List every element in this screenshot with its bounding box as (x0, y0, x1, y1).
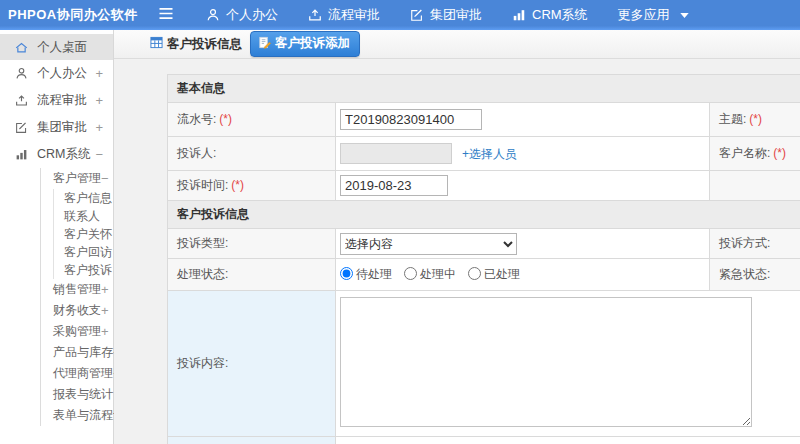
person-icon (206, 8, 220, 22)
radio-pending-input[interactable] (340, 267, 353, 280)
expand-plus-icon: + (101, 303, 109, 318)
home-icon (15, 41, 29, 54)
tab-complaint-info[interactable]: 客户投诉信息 (150, 36, 242, 53)
complainant-input[interactable] (340, 143, 452, 164)
complaint-add-form: 基本信息 流水号:(*) 主题:(*) 投诉人: (167, 74, 800, 444)
radio-processing-input[interactable] (404, 267, 417, 280)
expand-plus-icon: + (101, 282, 109, 297)
expand-plus-icon: + (95, 93, 103, 108)
flow-icon (308, 8, 322, 22)
expand-plus-icon: + (95, 66, 103, 81)
complaint-type-label-cell: 投诉类型: (168, 229, 336, 259)
nav-workflow-approval[interactable]: 流程审批 (308, 6, 380, 24)
complaint-time-input[interactable] (340, 175, 448, 196)
nav-personal-office[interactable]: 个人办公 (206, 6, 278, 24)
subject-label-cell: 主题:(*) (710, 103, 800, 137)
nav-label: 个人办公 (226, 6, 278, 24)
nav-label: CRM系统 (532, 6, 588, 24)
section-complaint-info: 客户投诉信息 (168, 201, 800, 229)
sidebar-item-label: 个人桌面 (37, 39, 103, 56)
chart-icon (512, 8, 526, 22)
sidebar-item-personal-desktop[interactable]: 个人桌面 (0, 34, 113, 60)
hamburger-icon (158, 7, 174, 23)
nav-label: 流程审批 (328, 6, 380, 24)
sidebar-item-customer-complaint[interactable]: 客户投诉 (54, 261, 113, 279)
sidebar-item-label: CRM系统 (37, 146, 95, 163)
sidebar-item-agents[interactable]: 代理商管理 + (41, 363, 113, 384)
sidebar-item-purchase[interactable]: 采购管理 + (41, 321, 113, 342)
tab-label: 客户投诉添加 (275, 35, 350, 52)
edit-icon (410, 8, 424, 22)
sidebar-item-customer-management[interactable]: 客户管理 − (41, 168, 113, 189)
tab-strip: 客户投诉信息 客户投诉添加 (114, 30, 800, 59)
required-marker: (*) (219, 112, 232, 126)
top-navigation: 个人办公 流程审批 集团审批 CRM系统 更多应用 (206, 6, 689, 24)
sidebar: 个人桌面 个人办公 + 流程审批 + 集团审批 + CRM系统 − 客户管理 − (0, 30, 114, 444)
radio-done[interactable]: 已处理 (468, 266, 520, 283)
complaint-content-label-cell: 投诉内容: (168, 291, 336, 437)
content-area: 客户投诉信息 客户投诉添加 基本信息 流水号:(*) (114, 30, 800, 444)
complaint-content-textarea[interactable] (340, 297, 752, 427)
customer-submenu: 客户信息 联系人 客户关怀 客户回访 客户投诉 (53, 189, 113, 279)
nav-crm-system[interactable]: CRM系统 (512, 6, 588, 24)
expand-plus-icon: + (95, 120, 103, 135)
complaint-type-select[interactable]: 选择内容 (340, 233, 517, 255)
handle-status-label-cell: 处理状态: (168, 259, 336, 291)
required-marker: (*) (749, 112, 762, 126)
nav-more-apps[interactable]: 更多应用 (618, 6, 689, 24)
nav-label: 集团审批 (430, 6, 482, 24)
tab-complaint-add[interactable]: 客户投诉添加 (250, 31, 360, 57)
required-marker: (*) (773, 146, 786, 160)
sidebar-item-label: 集团审批 (37, 119, 95, 136)
collapse-minus-icon: − (95, 147, 103, 162)
add-doc-icon (258, 36, 271, 52)
radio-processing[interactable]: 处理中 (404, 266, 456, 283)
complaint-method-label-cell: 投诉方式: (710, 229, 800, 259)
caret-down-icon (680, 13, 689, 18)
sidebar-item-label: 个人办公 (37, 65, 95, 82)
sidebar-item-contacts[interactable]: 联系人 (54, 207, 113, 225)
sidebar-item-workflow-approval[interactable]: 流程审批 + (0, 87, 113, 114)
nav-label: 更多应用 (618, 6, 670, 24)
tab-label: 客户投诉信息 (167, 36, 242, 53)
complaint-time-label-cell: 投诉时间:(*) (168, 171, 336, 201)
sidebar-item-finance[interactable]: 财务收支 + (41, 300, 113, 321)
hamburger-menu-button[interactable] (158, 7, 180, 23)
serial-label-cell: 流水号:(*) (168, 103, 336, 137)
edit-icon (15, 121, 29, 134)
serial-input[interactable] (340, 109, 482, 130)
sidebar-item-customer-care[interactable]: 客户关怀 (54, 225, 113, 243)
sidebar-item-customer-info[interactable]: 客户信息 (54, 189, 113, 207)
sidebar-item-products-inventory[interactable]: 产品与库存 + (41, 342, 113, 363)
expand-plus-icon: + (101, 324, 109, 339)
sidebar-item-crm-system[interactable]: CRM系统 − (0, 141, 113, 168)
table-icon (150, 36, 163, 52)
radio-pending[interactable]: 待处理 (340, 266, 392, 283)
topbar: PHPOA协同办公软件 个人办公 流程审批 集团审批 CRM系统 更多应用 (0, 0, 800, 30)
crm-submenu: 客户管理 − 客户信息 联系人 客户关怀 客户回访 客户投诉 销售管理 + 财务… (40, 168, 113, 426)
radio-done-input[interactable] (468, 267, 481, 280)
sidebar-item-personal-office[interactable]: 个人办公 + (0, 60, 113, 87)
app-logo: PHPOA协同办公软件 (0, 6, 158, 24)
sidebar-item-sales-management[interactable]: 销售管理 + (41, 279, 113, 300)
customer-name-label-cell: 客户名称:(*) (710, 137, 800, 171)
flow-icon (15, 94, 29, 107)
complainant-label-cell: 投诉人: (168, 137, 336, 171)
urgent-status-label-cell: 紧急状态: (710, 259, 800, 291)
sidebar-item-form-workflow-settings[interactable]: 表单与流程设置 + (41, 405, 113, 426)
required-marker: (*) (231, 178, 244, 192)
sidebar-item-label: 流程审批 (37, 92, 95, 109)
collapse-minus-icon: − (101, 171, 109, 186)
nav-group-approval[interactable]: 集团审批 (410, 6, 482, 24)
chart-icon (15, 148, 29, 161)
sidebar-item-group-approval[interactable]: 集团审批 + (0, 114, 113, 141)
person-icon (15, 67, 29, 80)
sidebar-item-reports[interactable]: 报表与统计 (41, 384, 113, 405)
select-person-link[interactable]: +选择人员 (462, 147, 517, 161)
sidebar-item-customer-revisit[interactable]: 客户回访 (54, 243, 113, 261)
handle-status-radio-group: 待处理 处理中 已处理 (340, 266, 709, 283)
section-basic-info: 基本信息 (168, 75, 800, 103)
